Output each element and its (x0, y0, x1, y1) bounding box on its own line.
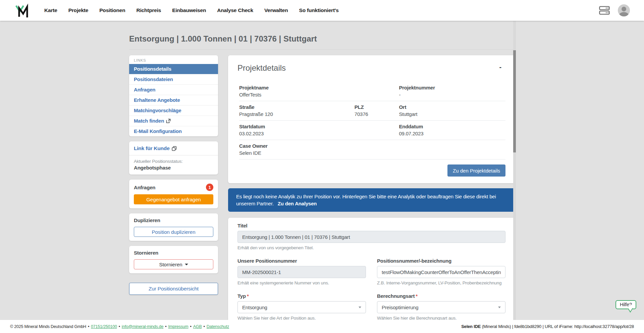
footer-link-agb[interactable]: AGB (193, 324, 202, 329)
anfragen-card-title: Anfragen (134, 185, 155, 190)
nav-item-verwalten[interactable]: Verwalten (264, 7, 288, 13)
nav-menu: Karte Projekte Positionen Richtpreis Ein… (44, 7, 339, 13)
chevron-down-icon (498, 307, 501, 308)
analytik-info-banner: Es liegt noch keine Analytik zu Ihrer Po… (228, 188, 515, 212)
typ-label-text: Typ (237, 293, 246, 299)
field-label: Straße (239, 104, 355, 110)
customer-link[interactable]: Link für Kunde (134, 145, 177, 151)
required-asterisk: * (416, 293, 418, 299)
iframe-scrollbar-track[interactable] (513, 21, 516, 320)
sidebar-item-matchingvorschlaege[interactable]: Matchingvorschläge (129, 105, 218, 116)
zu-den-projektdetails-button[interactable]: Zu den Projektdetails (447, 164, 505, 177)
projektdetails-title: Projektdetails (237, 63, 505, 73)
footer-link-datenschutz[interactable]: Datenschutz (207, 324, 229, 329)
sidebar-item-match-finden[interactable]: Match finden (129, 116, 218, 126)
typ-label: Typ* (237, 293, 366, 299)
main-column: Projektdetails - Projektname OfferTests … (228, 55, 515, 320)
page-title: Entsorgung | 1.000 Tonnen | 01 | 70376 |… (129, 34, 515, 44)
stornieren-card: Stornieren Stornieren (129, 246, 218, 273)
anfragen-count-badge: 1 (206, 184, 213, 191)
berechnungsart-label: Berechnungsart* (377, 293, 505, 299)
footer-link-email[interactable]: info@mineral-minds.de (122, 324, 164, 329)
server-list-icon[interactable] (599, 6, 610, 15)
iframe-scrollbar-thumb[interactable] (513, 50, 516, 152)
title-divider (129, 49, 515, 50)
berechnungsart-select[interactable]: Preisoptimierung (377, 301, 505, 313)
footer-session-details: (Mineral Minds) | fde8b1bd8290 | URL of … (481, 324, 634, 329)
berechnungsart-label-text: Berechnungsart (377, 293, 415, 299)
position-duplizieren-button[interactable]: Position duplizieren (134, 227, 213, 237)
nav-item-analyse-check[interactable]: Analyse Check (217, 7, 253, 13)
links-card: LINKS Positionsdetails Positionsdateien … (129, 55, 218, 136)
field-value: 03.02.2023 (239, 131, 399, 136)
avatar-shoulders-icon (619, 12, 629, 16)
footer-left: © 2025 Mineral Minds Deutschland GmbH • … (10, 324, 229, 329)
footer-link-impressum[interactable]: Impressum (168, 324, 189, 329)
project-row: Straße Pragstraße 120 PLZ 70376 Ort Stut… (239, 101, 505, 121)
stornieren-button-label: Stornieren (159, 262, 182, 267)
titel-input[interactable] (237, 231, 505, 243)
zur-positionsuebersicht-button[interactable]: Zur Positionsübersicht (129, 283, 218, 295)
field-label: Case Owner (239, 143, 505, 149)
chevron-down-icon (185, 264, 188, 265)
project-row: Projektname OfferTests Projektnummer - (239, 82, 505, 101)
links-card-header: LINKS (129, 55, 218, 64)
stornieren-dropdown-button[interactable]: Stornieren (134, 259, 213, 269)
status-label: Aktueller Positionsstatus: (134, 159, 213, 164)
nav-item-projekte[interactable]: Projekte (68, 7, 89, 13)
external-link-icon (166, 119, 171, 123)
berechnungsart-selected-value: Preisoptimierung (382, 305, 418, 310)
footer-user-name: Selen IDE (461, 324, 481, 329)
sidebar-item-label: Positionsdetails (134, 66, 171, 72)
sidebar-item-label: E-Mail Konfiguration (134, 128, 182, 134)
footer-separator: • (119, 324, 120, 329)
nav-item-positionen[interactable]: Positionen (99, 7, 125, 13)
anfragen-card: Anfragen 1 Gegenangebot anfragen (129, 180, 218, 208)
positionsbezeichnung-help: Z.B. Interne-Vorgangsnummer, LV-Position… (377, 280, 505, 285)
field-label: PLZ (355, 104, 399, 110)
sidebar-item-erhaltene-angebote[interactable]: Erhaltene Angebote (129, 95, 218, 105)
nav-item-einbauweisen[interactable]: Einbauweisen (172, 7, 206, 13)
sidebar-item-positionsdateien[interactable]: Positionsdateien (129, 74, 218, 84)
project-row: Case Owner Selen IDE (239, 140, 505, 159)
field-label: Projektname (239, 85, 399, 90)
sidebar-item-positionsdetails[interactable]: Positionsdetails (129, 64, 218, 74)
footer: © 2025 Mineral Minds Deutschland GmbH • … (0, 320, 644, 333)
typ-select[interactable]: Entsorgung (237, 301, 366, 313)
gegenangebot-anfragen-button[interactable]: Gegenangebot anfragen (134, 194, 213, 204)
footer-separator: • (165, 324, 166, 329)
positionsbezeichnung-input[interactable] (377, 266, 505, 278)
unsere-positionsnummer-input[interactable] (237, 266, 366, 278)
zu-den-analysen-link[interactable]: Zu den Analysen (278, 201, 317, 206)
field-label: Enddatum (399, 124, 505, 129)
field-value: Pragstraße 120 (239, 111, 355, 117)
content-area: Entsorgung | 1.000 Tonnen | 01 | 70376 |… (0, 21, 644, 320)
projektdetails-grid: Projektname OfferTests Projektnummer - S… (237, 82, 505, 159)
field-value: Stuttgart (399, 111, 505, 117)
sidebar-item-label: Matchingvorschläge (134, 108, 181, 113)
project-row: Startdatum 03.02.2023 Enddatum 09.07.202… (239, 121, 505, 140)
field-value: Selen IDE (239, 150, 505, 156)
nav-item-richtpreis[interactable]: Richtpreis (136, 7, 161, 13)
top-navbar: Karte Projekte Positionen Richtpreis Ein… (0, 0, 644, 21)
footer-separator: • (190, 324, 192, 329)
mineral-minds-logo (15, 3, 30, 18)
nav-item-so-funktionierts[interactable]: So funktioniert's (299, 7, 339, 13)
hilfe-button[interactable]: Hilfe? (615, 300, 636, 309)
typ-help: Wählen Sie hier die Art der Position aus… (237, 316, 366, 320)
positionsbezeichnung-label: Positionsnummer/-bezeichnung (377, 258, 505, 264)
field-value: 09.07.2023 (399, 131, 505, 136)
sidebar-item-label: Positionsdateien (134, 76, 173, 82)
sidebar-item-label: Anfragen (134, 87, 155, 92)
user-avatar[interactable] (618, 4, 630, 16)
duplizieren-card: Duplizieren Position duplizieren (129, 213, 218, 241)
duplizieren-card-title: Duplizieren (134, 217, 160, 223)
footer-link-phone[interactable]: 07151/250100 (91, 324, 117, 329)
collapse-toggle[interactable]: - (499, 65, 501, 69)
sidebar-item-label: Erhaltene Angebote (134, 97, 180, 103)
divider (129, 155, 218, 155)
sidebar-item-anfragen[interactable]: Anfragen (129, 84, 218, 95)
sidebar-item-email-konfiguration[interactable]: E-Mail Konfiguration (129, 126, 218, 136)
footer-session-info: Selen IDE (Mineral Minds) | fde8b1bd8290… (461, 324, 634, 329)
nav-item-karte[interactable]: Karte (44, 7, 57, 13)
